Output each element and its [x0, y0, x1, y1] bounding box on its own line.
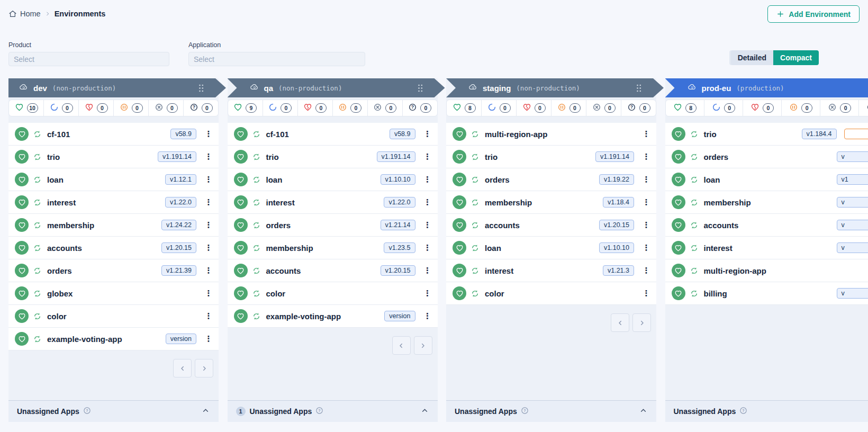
app-row[interactable]: interestv1.21.3⋮	[446, 259, 656, 282]
app-menu-button[interactable]: ⋮	[423, 129, 432, 139]
version-badge[interactable]: version	[384, 311, 415, 321]
app-row[interactable]: billingv⋮	[665, 282, 868, 305]
counter-suspended[interactable]: 0	[333, 100, 368, 116]
app-row[interactable]: triov1.191.14⋮	[228, 146, 438, 168]
prev-page-button[interactable]	[173, 359, 192, 377]
app-row[interactable]: globex⋮	[8, 282, 219, 305]
app-menu-button[interactable]: ⋮	[204, 175, 213, 184]
version-badge[interactable]: v1.18.4	[603, 197, 634, 208]
app-row[interactable]: loanv1.10.10⋮	[446, 237, 656, 259]
app-menu-button[interactable]: ⋮	[423, 243, 432, 253]
product-select[interactable]	[8, 52, 169, 66]
next-page-button[interactable]	[195, 359, 213, 377]
counter-missing[interactable]: 0	[368, 100, 403, 116]
view-compact-button[interactable]: Compact	[773, 50, 819, 65]
app-row[interactable]: ordersv1.19.22⋮	[446, 168, 656, 191]
version-badge[interactable]: v1.23.5	[384, 242, 415, 253]
app-row[interactable]: example-voting-appversion⋮	[228, 305, 438, 328]
status-badge[interactable]	[844, 129, 868, 139]
collapse-chevron-icon[interactable]	[201, 406, 210, 417]
app-row[interactable]: membershipv1.18.4⋮	[446, 191, 656, 214]
app-menu-button[interactable]: ⋮	[423, 152, 432, 161]
version-badge[interactable]: v	[837, 151, 868, 162]
counter-progressing[interactable]: 0	[704, 100, 743, 116]
app-menu-button[interactable]: ⋮	[641, 129, 651, 139]
app-row[interactable]: loanv1.10.10⋮	[228, 168, 438, 191]
app-menu-button[interactable]: ⋮	[423, 197, 432, 207]
app-row[interactable]: membershipv1.23.5⋮	[228, 237, 438, 259]
app-menu-button[interactable]: ⋮	[423, 175, 432, 184]
counter-suspended[interactable]: 0	[551, 100, 586, 116]
counter-unknown[interactable]: ?0	[184, 100, 218, 116]
app-row[interactable]: interestv1.22.0⋮	[8, 191, 219, 214]
app-row[interactable]: ordersv1.21.14⋮	[228, 214, 438, 237]
app-row[interactable]: ordersv1.21.39⋮	[8, 259, 219, 282]
version-badge[interactable]: v1.20.15	[599, 220, 634, 230]
version-badge[interactable]: version	[166, 334, 196, 344]
app-row[interactable]: triov1.191.14⋮	[8, 146, 219, 168]
app-menu-button[interactable]: ⋮	[204, 266, 213, 275]
app-row[interactable]: triov1.191.14⋮	[446, 146, 656, 168]
version-badge[interactable]: v1.21.3	[603, 265, 634, 276]
unassigned-apps-footer[interactable]: Unassigned Apps?	[446, 400, 656, 422]
version-badge[interactable]: v1.191.14	[595, 151, 634, 162]
next-page-button[interactable]	[414, 336, 432, 355]
prev-page-button[interactable]	[611, 313, 629, 332]
version-badge[interactable]: v1.22.0	[384, 197, 415, 208]
app-row[interactable]: ordersv⋮	[665, 146, 868, 168]
counter-healthy[interactable]: 9	[228, 100, 263, 116]
version-badge[interactable]: v1.21.14	[381, 220, 415, 230]
app-menu-button[interactable]: ⋮	[204, 220, 213, 230]
counter-missing[interactable]: 0	[149, 100, 184, 116]
view-detailed-button[interactable]: Detailed	[731, 50, 773, 65]
unassigned-apps-footer[interactable]: Unassigned Apps?	[665, 400, 868, 422]
counter-degraded[interactable]: 0	[517, 100, 551, 116]
version-badge[interactable]: v1.20.15	[161, 242, 196, 253]
app-row[interactable]: loanv1⋮	[665, 168, 868, 191]
version-badge[interactable]: v1.19.22	[599, 174, 634, 185]
app-menu-button[interactable]: ⋮	[204, 243, 213, 253]
version-badge[interactable]: v1.22.0	[165, 197, 196, 208]
version-badge[interactable]: v58.9	[390, 129, 415, 139]
app-row[interactable]: cf-101v58.9⋮	[8, 123, 219, 146]
app-menu-button[interactable]: ⋮	[641, 175, 651, 184]
app-row[interactable]: interestv⋮	[665, 237, 868, 259]
counter-missing[interactable]: 0	[586, 100, 621, 116]
app-menu-button[interactable]: ⋮	[204, 197, 213, 207]
counter-unknown[interactable]: ?0	[403, 100, 437, 116]
version-badge[interactable]: v1.12.1	[165, 174, 196, 185]
app-menu-button[interactable]: ⋮	[641, 243, 651, 253]
app-row[interactable]: triov1.184.4 ⋮	[665, 123, 868, 146]
version-badge[interactable]: v	[837, 220, 868, 230]
drag-handle-icon[interactable]	[635, 83, 643, 95]
counter-degraded[interactable]: 0	[298, 100, 333, 116]
counter-unknown[interactable]: ?0	[859, 100, 868, 116]
version-badge[interactable]: v1.21.39	[161, 265, 196, 276]
app-menu-button[interactable]: ⋮	[204, 289, 213, 298]
app-row[interactable]: accountsv1.20.15⋮	[446, 214, 656, 237]
app-menu-button[interactable]: ⋮	[641, 197, 651, 207]
app-row[interactable]: color⋮	[228, 282, 438, 305]
collapse-chevron-icon[interactable]	[639, 406, 648, 417]
app-menu-button[interactable]: ⋮	[423, 220, 432, 230]
drag-handle-icon[interactable]	[417, 83, 424, 95]
breadcrumb-home-link[interactable]: Home	[8, 10, 41, 18]
counter-degraded[interactable]: 0	[743, 100, 782, 116]
version-badge[interactable]: v1.10.10	[381, 174, 415, 185]
application-select[interactable]	[188, 52, 365, 66]
app-row[interactable]: membershipv⋮	[665, 191, 868, 214]
version-badge[interactable]: v1.191.14	[377, 151, 415, 162]
app-row[interactable]: multi-region-app⋮	[665, 259, 868, 282]
app-menu-button[interactable]: ⋮	[204, 152, 213, 161]
add-environment-button[interactable]: Add Environment	[767, 5, 860, 23]
app-row[interactable]: membershipv1.24.22⋮	[8, 214, 219, 237]
counter-healthy[interactable]: 8	[447, 100, 482, 116]
app-menu-button[interactable]: ⋮	[641, 220, 651, 230]
app-row[interactable]: multi-region-app⋮	[446, 123, 656, 146]
version-badge[interactable]: v	[837, 197, 868, 208]
app-menu-button[interactable]: ⋮	[204, 311, 213, 321]
app-menu-button[interactable]: ⋮	[204, 334, 213, 344]
app-row[interactable]: accountsv1.20.15⋮	[8, 237, 219, 259]
app-row[interactable]: color⋮	[446, 282, 656, 305]
app-row[interactable]: accountsv1.20.15⋮	[228, 259, 438, 282]
